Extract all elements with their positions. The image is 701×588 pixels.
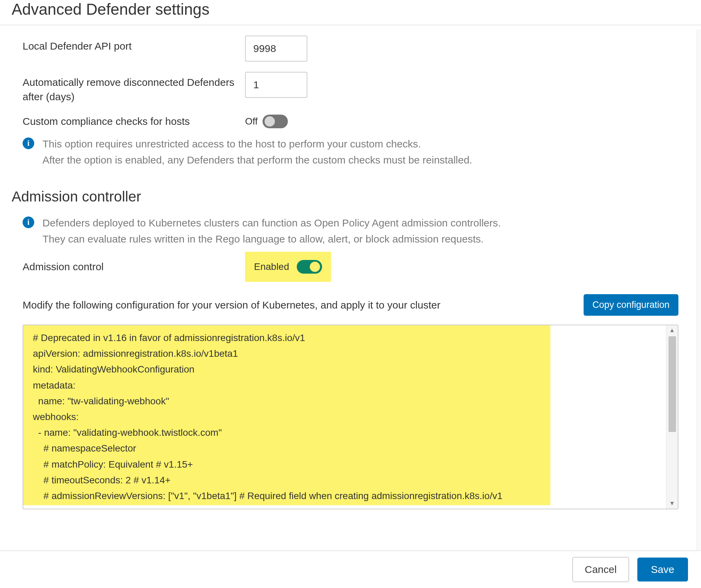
- config-textarea[interactable]: # Deprecated in v1.16 in favor of admiss…: [23, 325, 678, 509]
- save-button[interactable]: Save: [637, 558, 688, 582]
- custom-checks-toggle[interactable]: [263, 115, 288, 128]
- scroll-thumb[interactable]: [668, 336, 676, 432]
- info-line-1: Defenders deployed to Kubernetes cluster…: [42, 215, 501, 231]
- admission-control-label: Admission control: [23, 260, 245, 274]
- api-port-input[interactable]: [245, 36, 307, 62]
- config-text[interactable]: # Deprecated in v1.16 in favor of admiss…: [23, 325, 550, 505]
- cancel-button[interactable]: Cancel: [572, 557, 629, 582]
- custom-checks-state: Off: [245, 116, 258, 127]
- footer-bar: Cancel Save: [0, 550, 701, 588]
- custom-checks-label: Custom compliance checks for hosts: [23, 114, 245, 129]
- copy-configuration-button[interactable]: Copy configuration: [584, 294, 678, 316]
- page-scrollbar[interactable]: [696, 29, 701, 550]
- info-icon: i: [23, 217, 34, 228]
- scroll-down-icon[interactable]: ▼: [666, 498, 678, 509]
- auto-remove-label: Automatically remove disconnected Defend…: [23, 72, 245, 104]
- config-prompt: Modify the following configuration for y…: [23, 299, 441, 311]
- custom-checks-info: This option requires unrestricted access…: [42, 136, 472, 168]
- info-line-2: They can evaluate rules written in the R…: [42, 231, 501, 247]
- section-divider: [0, 25, 701, 25]
- api-port-label: Local Defender API port: [23, 36, 245, 53]
- auto-remove-input[interactable]: [245, 72, 307, 98]
- admission-toggle-highlight: Enabled: [245, 252, 331, 282]
- config-scrollbar[interactable]: ▲ ▼: [666, 325, 678, 509]
- info-line-1: This option requires unrestricted access…: [42, 136, 472, 152]
- admission-control-state: Enabled: [254, 261, 289, 272]
- admission-info: Defenders deployed to Kubernetes cluster…: [42, 215, 501, 247]
- scroll-up-icon[interactable]: ▲: [666, 325, 678, 336]
- info-icon: i: [23, 138, 34, 149]
- page-title: Advanced Defender settings: [0, 0, 701, 25]
- info-line-2: After the option is enabled, any Defende…: [42, 152, 472, 168]
- admission-control-toggle[interactable]: [297, 260, 322, 274]
- section-title-admission: Admission controller: [0, 168, 701, 205]
